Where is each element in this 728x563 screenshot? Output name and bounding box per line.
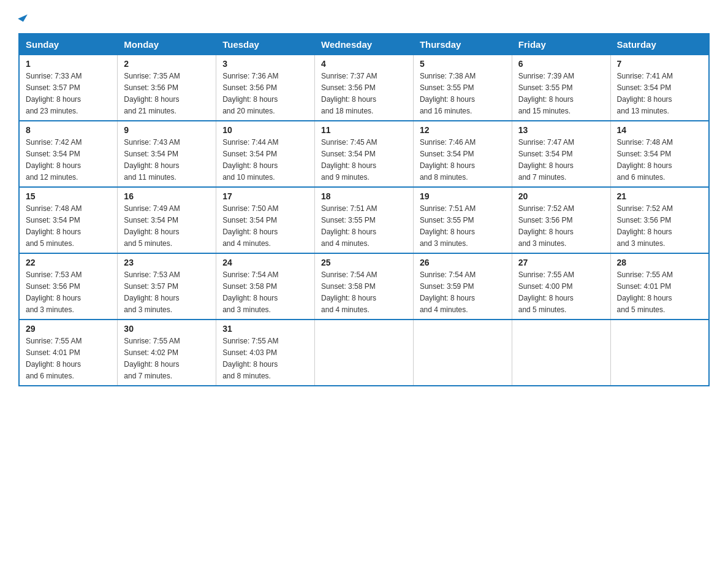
day-number: 18 — [321, 191, 407, 201]
logo — [18, 12, 26, 21]
day-info: Sunrise: 7:55 AMSunset: 4:00 PMDaylight:… — [518, 270, 574, 314]
calendar-cell: 23 Sunrise: 7:53 AMSunset: 3:57 PMDaylig… — [118, 253, 216, 320]
day-number: 3 — [222, 59, 308, 69]
day-number: 5 — [420, 59, 506, 69]
calendar-cell: 16 Sunrise: 7:49 AMSunset: 3:54 PMDaylig… — [118, 187, 216, 253]
day-number: 26 — [420, 258, 506, 267]
day-info: Sunrise: 7:55 AMSunset: 4:02 PMDaylight:… — [124, 337, 180, 380]
day-number: 23 — [124, 258, 210, 267]
day-info: Sunrise: 7:42 AMSunset: 3:54 PMDaylight:… — [26, 138, 82, 182]
day-number: 2 — [124, 59, 210, 69]
header-saturday: Saturday — [610, 34, 709, 55]
calendar-cell: 26 Sunrise: 7:54 AMSunset: 3:59 PMDaylig… — [413, 253, 512, 320]
day-number: 15 — [26, 191, 111, 201]
day-info: Sunrise: 7:47 AMSunset: 3:54 PMDaylight:… — [518, 138, 574, 182]
day-number: 14 — [617, 125, 702, 135]
day-number: 28 — [617, 258, 702, 267]
day-info: Sunrise: 7:54 AMSunset: 3:58 PMDaylight:… — [321, 270, 377, 314]
calendar-cell: 13 Sunrise: 7:47 AMSunset: 3:54 PMDaylig… — [512, 121, 610, 187]
day-number: 7 — [617, 59, 702, 69]
day-info: Sunrise: 7:54 AMSunset: 3:59 PMDaylight:… — [420, 270, 476, 314]
header-sunday: Sunday — [19, 34, 118, 55]
calendar-cell: 25 Sunrise: 7:54 AMSunset: 3:58 PMDaylig… — [315, 253, 414, 320]
day-info: Sunrise: 7:36 AMSunset: 3:56 PMDaylight:… — [222, 72, 278, 115]
calendar-cell: 7 Sunrise: 7:41 AMSunset: 3:54 PMDayligh… — [610, 55, 709, 121]
calendar-cell: 4 Sunrise: 7:37 AMSunset: 3:56 PMDayligh… — [315, 55, 414, 121]
calendar-cell: 12 Sunrise: 7:46 AMSunset: 3:54 PMDaylig… — [413, 121, 512, 187]
day-info: Sunrise: 7:52 AMSunset: 3:56 PMDaylight:… — [518, 204, 574, 248]
calendar-cell: 19 Sunrise: 7:51 AMSunset: 3:55 PMDaylig… — [413, 187, 512, 253]
calendar-cell: 24 Sunrise: 7:54 AMSunset: 3:58 PMDaylig… — [216, 253, 315, 320]
calendar-cell — [610, 320, 709, 386]
calendar-cell — [413, 320, 512, 386]
calendar-cell: 28 Sunrise: 7:55 AMSunset: 4:01 PMDaylig… — [610, 253, 709, 320]
calendar-week-row: 8 Sunrise: 7:42 AMSunset: 3:54 PMDayligh… — [19, 121, 709, 187]
day-number: 30 — [124, 324, 210, 334]
day-info: Sunrise: 7:46 AMSunset: 3:54 PMDaylight:… — [420, 138, 476, 182]
day-number: 20 — [518, 191, 604, 201]
day-info: Sunrise: 7:35 AMSunset: 3:56 PMDaylight:… — [124, 72, 180, 115]
day-number: 4 — [321, 59, 407, 69]
header-wednesday: Wednesday — [315, 34, 414, 55]
day-number: 22 — [26, 258, 111, 267]
calendar-cell: 18 Sunrise: 7:51 AMSunset: 3:55 PMDaylig… — [315, 187, 414, 253]
calendar-header-row: SundayMondayTuesdayWednesdayThursdayFrid… — [19, 34, 709, 55]
day-info: Sunrise: 7:51 AMSunset: 3:55 PMDaylight:… — [321, 204, 377, 248]
calendar-cell: 21 Sunrise: 7:52 AMSunset: 3:56 PMDaylig… — [610, 187, 709, 253]
day-info: Sunrise: 7:50 AMSunset: 3:54 PMDaylight:… — [222, 204, 278, 248]
calendar-cell: 5 Sunrise: 7:38 AMSunset: 3:55 PMDayligh… — [413, 55, 512, 121]
day-number: 27 — [518, 258, 604, 267]
calendar-cell — [315, 320, 414, 386]
calendar-cell: 6 Sunrise: 7:39 AMSunset: 3:55 PMDayligh… — [512, 55, 610, 121]
calendar-cell: 3 Sunrise: 7:36 AMSunset: 3:56 PMDayligh… — [216, 55, 315, 121]
day-number: 13 — [518, 125, 604, 135]
day-info: Sunrise: 7:38 AMSunset: 3:55 PMDaylight:… — [420, 72, 476, 115]
calendar-cell: 30 Sunrise: 7:55 AMSunset: 4:02 PMDaylig… — [118, 320, 216, 386]
day-number: 6 — [518, 59, 604, 69]
calendar-week-row: 22 Sunrise: 7:53 AMSunset: 3:56 PMDaylig… — [19, 253, 709, 320]
day-info: Sunrise: 7:48 AMSunset: 3:54 PMDaylight:… — [26, 204, 82, 248]
calendar-week-row: 15 Sunrise: 7:48 AMSunset: 3:54 PMDaylig… — [19, 187, 709, 253]
day-number: 16 — [124, 191, 210, 201]
day-number: 10 — [222, 125, 308, 135]
calendar-cell: 15 Sunrise: 7:48 AMSunset: 3:54 PMDaylig… — [19, 187, 118, 253]
calendar-cell: 11 Sunrise: 7:45 AMSunset: 3:54 PMDaylig… — [315, 121, 414, 187]
calendar-cell: 9 Sunrise: 7:43 AMSunset: 3:54 PMDayligh… — [118, 121, 216, 187]
day-number: 8 — [26, 125, 111, 135]
calendar-cell: 27 Sunrise: 7:55 AMSunset: 4:00 PMDaylig… — [512, 253, 610, 320]
calendar-cell: 10 Sunrise: 7:44 AMSunset: 3:54 PMDaylig… — [216, 121, 315, 187]
calendar-cell: 14 Sunrise: 7:48 AMSunset: 3:54 PMDaylig… — [610, 121, 709, 187]
page-header — [18, 12, 710, 21]
day-number: 17 — [222, 191, 308, 201]
day-number: 21 — [617, 191, 702, 201]
calendar-cell: 20 Sunrise: 7:52 AMSunset: 3:56 PMDaylig… — [512, 187, 610, 253]
day-info: Sunrise: 7:51 AMSunset: 3:55 PMDaylight:… — [420, 204, 476, 248]
header-friday: Friday — [512, 34, 610, 55]
header-tuesday: Tuesday — [216, 34, 315, 55]
day-number: 29 — [26, 324, 111, 334]
day-number: 11 — [321, 125, 407, 135]
calendar-cell: 22 Sunrise: 7:53 AMSunset: 3:56 PMDaylig… — [19, 253, 118, 320]
day-info: Sunrise: 7:55 AMSunset: 4:01 PMDaylight:… — [26, 337, 82, 380]
day-number: 19 — [420, 191, 506, 201]
calendar-cell: 17 Sunrise: 7:50 AMSunset: 3:54 PMDaylig… — [216, 187, 315, 253]
day-info: Sunrise: 7:37 AMSunset: 3:56 PMDaylight:… — [321, 72, 377, 115]
day-info: Sunrise: 7:55 AMSunset: 4:01 PMDaylight:… — [617, 270, 673, 314]
calendar-cell: 8 Sunrise: 7:42 AMSunset: 3:54 PMDayligh… — [19, 121, 118, 187]
day-info: Sunrise: 7:53 AMSunset: 3:56 PMDaylight:… — [26, 270, 82, 314]
day-info: Sunrise: 7:43 AMSunset: 3:54 PMDaylight:… — [124, 138, 180, 182]
calendar-cell: 1 Sunrise: 7:33 AMSunset: 3:57 PMDayligh… — [19, 55, 118, 121]
day-number: 1 — [26, 59, 111, 69]
calendar-table: SundayMondayTuesdayWednesdayThursdayFrid… — [18, 33, 710, 386]
day-info: Sunrise: 7:52 AMSunset: 3:56 PMDaylight:… — [617, 204, 673, 248]
day-info: Sunrise: 7:33 AMSunset: 3:57 PMDaylight:… — [26, 72, 82, 115]
calendar-cell — [512, 320, 610, 386]
day-number: 31 — [222, 324, 308, 334]
logo-triangle-icon — [18, 11, 28, 21]
day-number: 9 — [124, 125, 210, 135]
calendar-week-row: 1 Sunrise: 7:33 AMSunset: 3:57 PMDayligh… — [19, 55, 709, 121]
day-info: Sunrise: 7:54 AMSunset: 3:58 PMDaylight:… — [222, 270, 278, 314]
calendar-cell: 31 Sunrise: 7:55 AMSunset: 4:03 PMDaylig… — [216, 320, 315, 386]
day-info: Sunrise: 7:55 AMSunset: 4:03 PMDaylight:… — [222, 337, 278, 380]
calendar-week-row: 29 Sunrise: 7:55 AMSunset: 4:01 PMDaylig… — [19, 320, 709, 386]
